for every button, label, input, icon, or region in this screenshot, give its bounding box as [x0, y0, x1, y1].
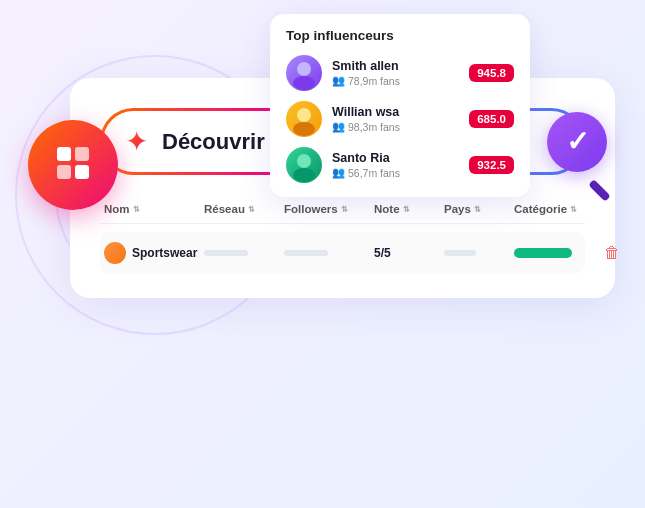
- influencer-info-1: Smith allen 👥 78,9m fans: [332, 59, 459, 87]
- row-score: 5/5: [374, 246, 391, 260]
- table-row: Sportswear 5/5 🗑: [100, 232, 585, 274]
- sort-reseau-icon[interactable]: ⇅: [248, 205, 255, 214]
- fans-icon-2: 👥: [332, 120, 345, 133]
- row-note-cell: 5/5: [374, 246, 444, 260]
- col-reseau: Réseau ⇅: [204, 203, 284, 215]
- svg-point-6: [297, 108, 311, 122]
- col-categorie: Catégorie ⇅: [514, 203, 604, 215]
- col-nom: Nom ⇅: [104, 203, 204, 215]
- magnifier-container: ✓: [547, 112, 607, 172]
- influencer-name-1: Smith allen: [332, 59, 459, 73]
- table-wrapper: Nom ⇅ Réseau ⇅ Followers ⇅ Note ⇅ Pays: [100, 203, 585, 274]
- influencer-fans-2: 👥 98,3m fans: [332, 120, 459, 133]
- row-reseau-cell: [204, 250, 284, 256]
- top-card-title: Top influenceurs: [286, 28, 514, 43]
- pays-placeholder: [444, 250, 476, 256]
- row-pays-cell: [444, 250, 514, 256]
- logo-circle: [28, 120, 118, 210]
- scene: Top influenceurs Smith allen 👥 78,9m fan…: [0, 0, 645, 508]
- svg-rect-3: [75, 165, 89, 179]
- influencer-row-1: Smith allen 👥 78,9m fans 945.8: [286, 55, 514, 91]
- magnifier-handle: [588, 179, 611, 202]
- influencer-row-2: Willian wsa 👥 98,3m fans 685.0: [286, 101, 514, 137]
- star-icon: ✦: [125, 125, 148, 158]
- svg-point-7: [293, 122, 315, 136]
- followers-placeholder: [284, 250, 328, 256]
- reseau-placeholder: [204, 250, 248, 256]
- sort-pays-icon[interactable]: ⇅: [474, 205, 481, 214]
- influencer-row-3: Santo Ria 👥 56,7m fans 932.5: [286, 147, 514, 183]
- influencer-name-2: Willian wsa: [332, 105, 459, 119]
- influencer-fans-3: 👥 56,7m fans: [332, 166, 459, 179]
- score-badge-2: 685.0: [469, 110, 514, 128]
- score-badge-3: 932.5: [469, 156, 514, 174]
- sort-followers-icon[interactable]: ⇅: [341, 205, 348, 214]
- svg-rect-1: [75, 147, 89, 161]
- svg-rect-2: [57, 165, 71, 179]
- col-pays: Pays ⇅: [444, 203, 514, 215]
- table-header: Nom ⇅ Réseau ⇅ Followers ⇅ Note ⇅ Pays: [100, 203, 585, 224]
- logo-icon: [51, 141, 95, 190]
- categorie-badge: [514, 248, 572, 258]
- svg-point-5: [293, 76, 315, 90]
- row-actions-cell: 🗑: [604, 244, 644, 262]
- col-followers: Followers ⇅: [284, 203, 374, 215]
- col-actions: [604, 203, 644, 215]
- row-categorie-cell: [514, 248, 604, 258]
- fans-icon-1: 👥: [332, 74, 345, 87]
- influencer-info-2: Willian wsa 👥 98,3m fans: [332, 105, 459, 133]
- fans-icon-3: 👥: [332, 166, 345, 179]
- sort-nom-icon[interactable]: ⇅: [133, 205, 140, 214]
- influencer-info-3: Santo Ria 👥 56,7m fans: [332, 151, 459, 179]
- row-avatar: [104, 242, 126, 264]
- row-followers-cell: [284, 250, 374, 256]
- sort-cat-icon[interactable]: ⇅: [570, 205, 577, 214]
- row-name-cell: Sportswear: [104, 242, 204, 264]
- col-note: Note ⇅: [374, 203, 444, 215]
- magnifier-circle: ✓: [547, 112, 607, 172]
- avatar-3: [286, 147, 322, 183]
- sort-note-icon[interactable]: ⇅: [403, 205, 410, 214]
- svg-rect-0: [57, 147, 71, 161]
- top-influenceurs-card: Top influenceurs Smith allen 👥 78,9m fan…: [270, 14, 530, 197]
- svg-point-8: [297, 154, 311, 168]
- influencer-fans-1: 👥 78,9m fans: [332, 74, 459, 87]
- trash-icon[interactable]: 🗑: [604, 244, 620, 262]
- influencer-name-3: Santo Ria: [332, 151, 459, 165]
- svg-point-9: [293, 168, 315, 182]
- svg-point-4: [297, 62, 311, 76]
- score-badge-1: 945.8: [469, 64, 514, 82]
- avatar-1: [286, 55, 322, 91]
- check-icon: ✓: [566, 128, 589, 156]
- avatar-2: [286, 101, 322, 137]
- row-name: Sportswear: [132, 246, 197, 260]
